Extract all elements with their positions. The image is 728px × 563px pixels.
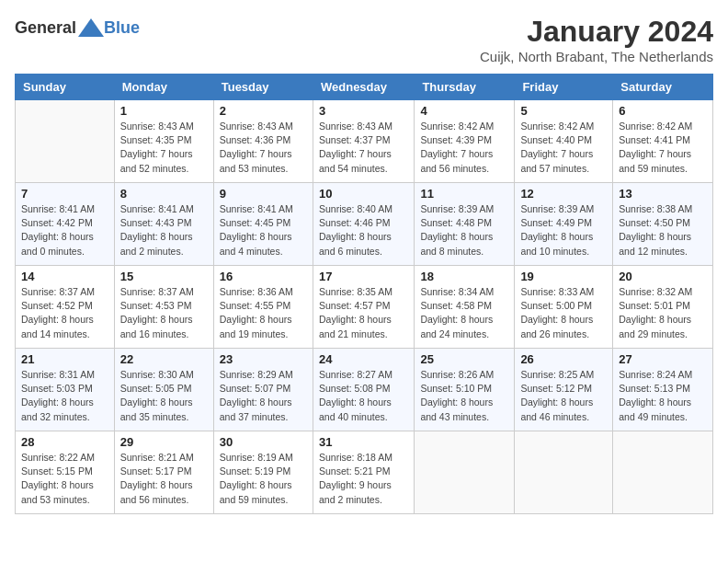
cell-info: Sunrise: 8:42 AM Sunset: 4:40 PM Dayligh… [520,120,607,176]
day-number: 3 [319,104,408,118]
calendar-cell: 18Sunrise: 8:34 AM Sunset: 4:58 PM Dayli… [415,266,515,349]
cell-info: Sunrise: 8:43 AM Sunset: 4:35 PM Dayligh… [120,120,208,176]
calendar-cell: 24Sunrise: 8:27 AM Sunset: 5:08 PM Dayli… [313,349,414,431]
day-number: 28 [21,435,108,449]
day-number: 27 [619,352,707,366]
day-number: 1 [120,104,208,118]
logo-icon [78,15,104,40]
calendar-cell: 8Sunrise: 8:41 AM Sunset: 4:43 PM Daylig… [114,183,213,266]
calendar-cell: 15Sunrise: 8:37 AM Sunset: 4:53 PM Dayli… [114,266,213,349]
cell-info: Sunrise: 8:37 AM Sunset: 4:52 PM Dayligh… [21,285,108,341]
calendar-cell: 11Sunrise: 8:39 AM Sunset: 4:48 PM Dayli… [415,183,515,266]
calendar-cell: 6Sunrise: 8:42 AM Sunset: 4:41 PM Daylig… [613,100,713,183]
cell-info: Sunrise: 8:38 AM Sunset: 4:50 PM Dayligh… [619,202,707,259]
cell-info: Sunrise: 8:41 AM Sunset: 4:45 PM Dayligh… [220,202,307,259]
cell-info: Sunrise: 8:22 AM Sunset: 5:15 PM Dayligh… [21,451,108,507]
day-number: 4 [420,104,508,118]
calendar-cell: 9Sunrise: 8:41 AM Sunset: 4:45 PM Daylig… [213,183,313,266]
cell-info: Sunrise: 8:19 AM Sunset: 5:19 PM Dayligh… [220,451,307,507]
day-number: 14 [21,270,108,283]
cell-info: Sunrise: 8:43 AM Sunset: 4:37 PM Dayligh… [319,120,408,176]
weekday-header-cell: Tuesday [213,75,313,100]
day-number: 19 [520,270,607,283]
calendar-cell: 3Sunrise: 8:43 AM Sunset: 4:37 PM Daylig… [313,100,414,183]
calendar-cell: 30Sunrise: 8:19 AM Sunset: 5:19 PM Dayli… [213,431,313,514]
calendar-week-row: 28Sunrise: 8:22 AM Sunset: 5:15 PM Dayli… [16,431,713,514]
day-number: 24 [319,352,408,366]
cell-info: Sunrise: 8:36 AM Sunset: 4:55 PM Dayligh… [220,285,307,341]
cell-info: Sunrise: 8:26 AM Sunset: 5:10 PM Dayligh… [420,368,508,424]
calendar-week-row: 21Sunrise: 8:31 AM Sunset: 5:03 PM Dayli… [16,349,713,431]
calendar-cell: 27Sunrise: 8:24 AM Sunset: 5:13 PM Dayli… [613,349,713,431]
calendar-cell: 21Sunrise: 8:31 AM Sunset: 5:03 PM Dayli… [16,349,115,431]
day-number: 26 [520,352,607,366]
calendar-cell: 5Sunrise: 8:42 AM Sunset: 4:40 PM Daylig… [515,100,613,183]
calendar-cell: 20Sunrise: 8:32 AM Sunset: 5:01 PM Dayli… [613,266,713,349]
calendar-cell: 23Sunrise: 8:29 AM Sunset: 5:07 PM Dayli… [213,349,313,431]
calendar-cell: 12Sunrise: 8:39 AM Sunset: 4:49 PM Dayli… [515,183,613,266]
cell-info: Sunrise: 8:37 AM Sunset: 4:53 PM Dayligh… [120,285,208,341]
weekday-header-cell: Sunday [16,75,115,100]
day-number: 23 [220,352,307,366]
day-number: 8 [120,187,208,201]
calendar-cell: 13Sunrise: 8:38 AM Sunset: 4:50 PM Dayli… [613,183,713,266]
calendar-cell: 25Sunrise: 8:26 AM Sunset: 5:10 PM Dayli… [415,349,515,431]
day-number: 6 [619,104,707,118]
logo-blue: Blue [104,18,140,38]
day-number: 15 [120,270,208,283]
calendar-week-row: 1Sunrise: 8:43 AM Sunset: 4:35 PM Daylig… [16,100,713,183]
calendar-cell: 31Sunrise: 8:18 AM Sunset: 5:21 PM Dayli… [313,431,414,514]
calendar-cell: 16Sunrise: 8:36 AM Sunset: 4:55 PM Dayli… [213,266,313,349]
cell-info: Sunrise: 8:33 AM Sunset: 5:00 PM Dayligh… [520,285,607,341]
page-header: General Blue January 2024 Cuijk, North B… [15,15,713,64]
calendar-body: 1Sunrise: 8:43 AM Sunset: 4:35 PM Daylig… [16,100,713,514]
calendar-cell [515,431,613,514]
calendar-cell: 22Sunrise: 8:30 AM Sunset: 5:05 PM Dayli… [114,349,213,431]
day-number: 16 [220,270,307,283]
weekday-header-cell: Thursday [415,75,515,100]
cell-info: Sunrise: 8:30 AM Sunset: 5:05 PM Dayligh… [120,368,208,424]
day-number: 22 [120,352,208,366]
day-number: 5 [520,104,607,118]
calendar-cell: 19Sunrise: 8:33 AM Sunset: 5:00 PM Dayli… [515,266,613,349]
day-number: 9 [220,187,307,201]
cell-info: Sunrise: 8:39 AM Sunset: 4:49 PM Dayligh… [520,202,607,259]
cell-info: Sunrise: 8:24 AM Sunset: 5:13 PM Dayligh… [619,368,707,424]
day-number: 21 [21,352,108,366]
cell-info: Sunrise: 8:41 AM Sunset: 4:43 PM Dayligh… [120,202,208,259]
day-number: 31 [319,435,408,449]
cell-info: Sunrise: 8:43 AM Sunset: 4:36 PM Dayligh… [220,120,307,176]
weekday-header-cell: Friday [515,75,613,100]
svg-marker-0 [78,18,104,37]
logo-general: General [15,18,76,38]
calendar-cell [16,100,115,183]
calendar-cell: 29Sunrise: 8:21 AM Sunset: 5:17 PM Dayli… [114,431,213,514]
location-title: Cuijk, North Brabant, The Netherlands [480,49,713,64]
calendar-cell: 4Sunrise: 8:42 AM Sunset: 4:39 PM Daylig… [415,100,515,183]
cell-info: Sunrise: 8:34 AM Sunset: 4:58 PM Dayligh… [420,285,508,341]
calendar-week-row: 7Sunrise: 8:41 AM Sunset: 4:42 PM Daylig… [16,183,713,266]
title-block: January 2024 Cuijk, North Brabant, The N… [480,15,713,64]
calendar-cell: 2Sunrise: 8:43 AM Sunset: 4:36 PM Daylig… [213,100,313,183]
calendar-table: SundayMondayTuesdayWednesdayThursdayFrid… [15,74,713,514]
day-number: 20 [619,270,707,283]
cell-info: Sunrise: 8:42 AM Sunset: 4:41 PM Dayligh… [619,120,707,176]
weekday-header-cell: Saturday [613,75,713,100]
calendar-cell [415,431,515,514]
month-title: January 2024 [480,15,713,49]
calendar-cell: 17Sunrise: 8:35 AM Sunset: 4:57 PM Dayli… [313,266,414,349]
cell-info: Sunrise: 8:40 AM Sunset: 4:46 PM Dayligh… [319,202,408,259]
day-number: 2 [220,104,307,118]
cell-info: Sunrise: 8:18 AM Sunset: 5:21 PM Dayligh… [319,451,408,507]
day-number: 29 [120,435,208,449]
calendar-week-row: 14Sunrise: 8:37 AM Sunset: 4:52 PM Dayli… [16,266,713,349]
cell-info: Sunrise: 8:21 AM Sunset: 5:17 PM Dayligh… [120,451,208,507]
day-number: 18 [420,270,508,283]
calendar-cell: 14Sunrise: 8:37 AM Sunset: 4:52 PM Dayli… [16,266,115,349]
day-number: 7 [21,187,108,201]
cell-info: Sunrise: 8:29 AM Sunset: 5:07 PM Dayligh… [220,368,307,424]
weekday-header-cell: Wednesday [313,75,414,100]
calendar-cell: 7Sunrise: 8:41 AM Sunset: 4:42 PM Daylig… [16,183,115,266]
day-number: 12 [520,187,607,201]
weekday-header-cell: Monday [114,75,213,100]
